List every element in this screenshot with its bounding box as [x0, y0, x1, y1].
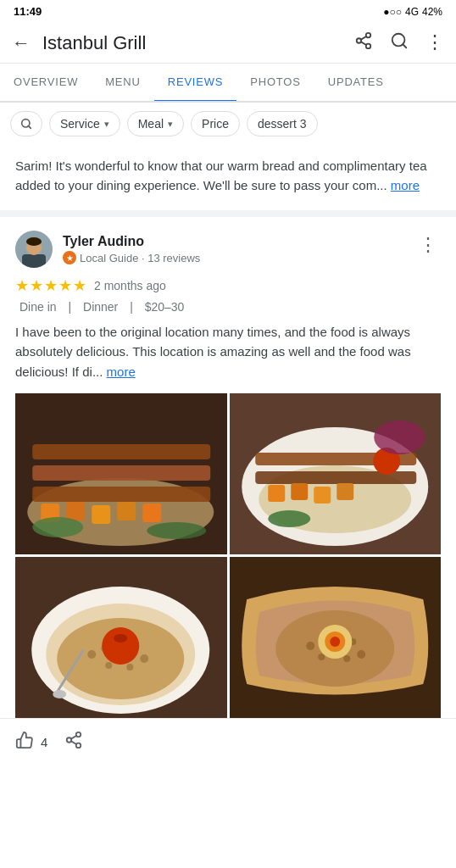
svg-point-48 — [102, 627, 139, 665]
svg-point-60 — [343, 655, 350, 662]
bottom-share-button[interactable] — [64, 731, 83, 754]
search-button[interactable] — [390, 31, 409, 54]
signal-icon: ●○○ — [383, 6, 402, 18]
svg-point-46 — [105, 662, 112, 669]
nav-tabs: OVERVIEW MENU REVIEWS PHOTOS UPDATES — [0, 64, 456, 103]
meal-type: Dinner — [83, 300, 118, 314]
review-photo-2[interactable] — [230, 393, 442, 554]
svg-rect-21 — [117, 502, 136, 520]
svg-point-59 — [318, 654, 325, 660]
svg-point-49 — [114, 634, 127, 643]
visit-info: Dine in | Dinner | $20–30 — [15, 300, 441, 314]
status-time: 11:49 — [14, 5, 42, 18]
status-icons: ●○○ 4G 42% — [383, 6, 442, 18]
svg-line-68 — [71, 736, 76, 739]
svg-point-23 — [32, 517, 83, 537]
svg-line-67 — [71, 741, 76, 744]
svg-point-35 — [268, 510, 310, 527]
svg-rect-17 — [32, 487, 210, 502]
svg-rect-10 — [22, 254, 46, 268]
local-guide-icon: ★ — [63, 251, 76, 264]
review-card: Tyler Audino ★ Local Guide · 13 reviews … — [0, 217, 456, 718]
svg-point-24 — [147, 522, 206, 539]
like-button[interactable]: 4 — [15, 731, 47, 754]
app-bar: ← Istanbul Grill ⋮ — [0, 23, 456, 64]
svg-rect-20 — [92, 505, 110, 524]
svg-point-51 — [53, 690, 66, 698]
svg-point-12 — [26, 237, 42, 246]
network-icon: 4G — [405, 6, 419, 18]
bottom-actions: 4 — [0, 718, 456, 765]
tab-menu[interactable]: MENU — [92, 64, 153, 103]
review-photo-3[interactable] — [15, 557, 227, 718]
star-rating: ★★★★★ — [15, 276, 87, 295]
svg-point-36 — [374, 420, 425, 454]
svg-rect-19 — [66, 502, 85, 520]
thumbs-up-icon — [15, 731, 34, 754]
back-button[interactable]: ← — [12, 32, 31, 54]
svg-rect-32 — [314, 487, 331, 504]
svg-point-58 — [357, 650, 365, 659]
svg-point-63 — [330, 637, 340, 647]
review-snippet: Sarim! It's wonderful to know that our w… — [0, 145, 456, 217]
status-bar: 11:49 ●○○ 4G 42% — [0, 0, 456, 23]
filter-search-chip[interactable] — [10, 111, 42, 136]
battery-icon: 42% — [422, 6, 442, 18]
svg-line-8 — [28, 125, 31, 128]
reviewer-info: Tyler Audino ★ Local Guide · 13 reviews — [15, 231, 200, 268]
review-text: I have been to the original location man… — [15, 322, 441, 381]
filter-service-chip[interactable]: Service ▾ — [49, 111, 120, 136]
rating-time: 2 months ago — [94, 279, 166, 292]
page-title: Istanbul Grill — [42, 32, 342, 54]
more-options-button[interactable]: ⋮ — [425, 31, 444, 54]
svg-rect-15 — [32, 444, 210, 459]
snippet-more-link[interactable]: more — [391, 178, 420, 192]
svg-rect-30 — [268, 485, 285, 502]
reviewer-meta: ★ Local Guide · 13 reviews — [63, 251, 200, 264]
svg-point-54 — [306, 642, 314, 650]
avatar — [15, 231, 53, 268]
tab-photos[interactable]: PHOTOS — [236, 64, 314, 103]
review-header: Tyler Audino ★ Local Guide · 13 reviews … — [15, 231, 441, 268]
price-range: $20–30 — [145, 300, 185, 314]
review-more-button[interactable]: ⋮ — [415, 231, 441, 259]
separator1: | — [68, 300, 75, 314]
svg-line-3 — [361, 42, 366, 45]
meal-chevron-icon: ▾ — [168, 119, 173, 130]
share-button[interactable] — [354, 31, 373, 54]
svg-rect-22 — [142, 504, 161, 522]
reviewer-details: Tyler Audino ★ Local Guide · 13 reviews — [63, 234, 200, 264]
svg-rect-16 — [32, 465, 210, 481]
visit-type: Dine in — [19, 300, 57, 314]
svg-rect-33 — [336, 483, 353, 500]
svg-point-41 — [87, 650, 96, 659]
tab-reviews[interactable]: REVIEWS — [154, 64, 237, 103]
reviewer-name: Tyler Audino — [63, 234, 200, 249]
like-count: 4 — [41, 735, 47, 749]
reviewer-badge: Local Guide · 13 reviews — [80, 252, 200, 264]
svg-rect-31 — [291, 483, 308, 500]
app-bar-actions: ⋮ — [354, 31, 444, 54]
service-chevron-icon: ▾ — [104, 119, 109, 130]
review-photo-1[interactable] — [15, 393, 227, 554]
review-more-link[interactable]: more — [107, 364, 136, 379]
rating-row: ★★★★★ 2 months ago — [15, 276, 441, 295]
snippet-text: Sarim! It's wonderful to know that our w… — [15, 159, 427, 192]
tab-updates[interactable]: UPDATES — [314, 64, 398, 103]
separator2: | — [130, 300, 136, 314]
photo-grid — [15, 393, 441, 718]
svg-line-6 — [403, 44, 406, 47]
filter-dessert-chip[interactable]: dessert 3 — [247, 111, 318, 136]
svg-point-45 — [140, 654, 148, 663]
svg-point-47 — [126, 664, 133, 670]
tab-overview[interactable]: OVERVIEW — [0, 64, 92, 103]
svg-line-4 — [361, 36, 366, 40]
filter-meal-chip[interactable]: Meal ▾ — [127, 111, 184, 136]
filter-price-chip[interactable]: Price — [191, 111, 240, 136]
filter-row: Service ▾ Meal ▾ Price dessert 3 — [0, 103, 456, 145]
review-photo-4[interactable] — [230, 557, 442, 718]
